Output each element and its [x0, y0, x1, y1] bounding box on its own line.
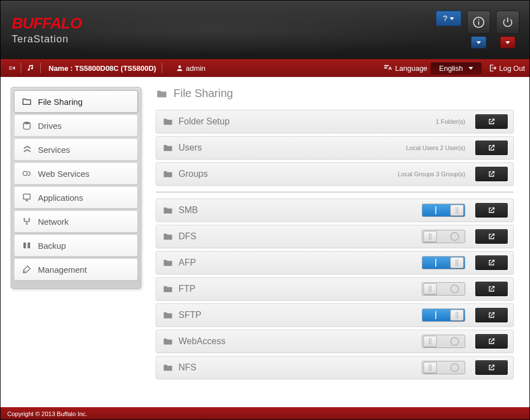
open-button[interactable]	[475, 308, 508, 322]
help-button[interactable]: ?	[436, 11, 461, 26]
open-button[interactable]	[475, 229, 508, 244]
svg-point-8	[28, 218, 30, 220]
page-title-label: File Sharing	[174, 87, 233, 100]
language-dropdown[interactable]: English	[431, 62, 481, 74]
user-icon	[176, 64, 184, 72]
web-services-icon	[21, 168, 32, 179]
app-header: BUFFALO TeraStation ?	[1, 1, 529, 59]
info-row: UsersLocal Users 2 User(s)	[156, 136, 514, 160]
help-icon: ?	[443, 14, 447, 23]
device-name: Name : TS5800D08C (TS5800D)	[49, 64, 156, 73]
sidebar-item-label: Drives	[38, 121, 62, 131]
sidebar-item-drives[interactable]: Drives	[14, 114, 138, 137]
main-panel: File Sharing Folder Setup1 Folder(s)User…	[141, 77, 529, 407]
info-button[interactable]	[467, 11, 490, 34]
service-row: WebAccess	[156, 330, 514, 353]
info-row: Folder Setup1 Folder(s)	[156, 110, 514, 133]
folder-icon	[162, 230, 174, 243]
folder-icon	[162, 309, 174, 321]
open-button[interactable]	[475, 255, 508, 270]
divider	[21, 63, 21, 73]
info-menu-button[interactable]	[471, 36, 486, 49]
toggle-switch[interactable]	[422, 204, 465, 217]
toggle-switch[interactable]	[422, 335, 465, 348]
service-row: DFS	[156, 225, 514, 248]
logout-icon	[488, 64, 497, 73]
sidebar-item-label: Applications	[38, 193, 83, 202]
folder-icon	[162, 335, 174, 347]
logout-button[interactable]: Log Out	[488, 64, 525, 73]
row-label: AFP	[179, 258, 196, 268]
sidebar-item-backup[interactable]: Backup	[14, 234, 138, 257]
row-meta: Local Groups 3 Group(s)	[398, 171, 465, 177]
logo-block: BUFFALO TeraStation	[12, 15, 81, 45]
brand-logo: BUFFALO	[12, 15, 81, 32]
chevron-down-icon	[450, 17, 454, 20]
toggle-switch[interactable]	[422, 361, 465, 374]
sidebar-item-web-services[interactable]: Web Services	[14, 162, 138, 185]
open-button[interactable]	[475, 282, 508, 296]
service-row: SMB	[156, 199, 514, 222]
toggle-rows: SMBDFSAFPFTPSFTPWebAccessNFS	[156, 199, 514, 379]
sidebar-item-label: File Sharing	[38, 97, 83, 107]
row-label: WebAccess	[179, 336, 225, 346]
service-row: NFS	[156, 356, 514, 379]
folder-icon	[162, 361, 174, 374]
svg-rect-1	[478, 21, 479, 25]
sidebar-item-applications[interactable]: Applications	[14, 186, 138, 209]
power-menu-button[interactable]	[500, 36, 515, 49]
management-icon	[21, 264, 32, 275]
power-icon	[502, 16, 514, 28]
folder-icon	[162, 257, 174, 269]
open-button[interactable]	[475, 334, 508, 349]
divider	[162, 63, 162, 73]
language-icon	[383, 64, 392, 73]
status-bar: Name : TS5800D08C (TS5800D) admin Langua…	[1, 59, 529, 77]
sidebar-panel: File Sharing Drives Services Web Service…	[11, 87, 141, 289]
info-row: GroupsLocal Groups 3 Group(s)	[156, 162, 514, 186]
user-label: admin	[186, 64, 205, 73]
svg-point-4	[23, 122, 30, 124]
chevron-down-icon	[476, 41, 481, 44]
toggle-switch[interactable]	[422, 282, 465, 296]
logout-label: Log Out	[499, 64, 525, 73]
open-button[interactable]	[475, 114, 508, 129]
svg-point-7	[23, 218, 25, 220]
sidebar-item-label: Backup	[38, 241, 66, 250]
open-button[interactable]	[475, 167, 508, 181]
content-area: File Sharing Drives Services Web Service…	[1, 77, 529, 407]
language-value: English	[439, 64, 463, 73]
open-button[interactable]	[475, 360, 508, 375]
folder-icon	[162, 168, 174, 180]
gear-icon[interactable]	[5, 62, 17, 74]
sidebar-item-label: Management	[38, 265, 87, 274]
music-icon[interactable]	[25, 62, 37, 74]
chevron-down-icon	[469, 67, 473, 70]
sidebar-item-file-sharing[interactable]: File Sharing	[14, 90, 138, 113]
language-selector: Language English	[383, 62, 481, 74]
row-label: Users	[179, 143, 202, 153]
sidebar-item-network[interactable]: Network	[14, 210, 138, 233]
info-icon	[473, 16, 485, 28]
open-button[interactable]	[475, 203, 508, 218]
sidebar-item-label: Services	[38, 145, 70, 155]
folder-icon	[162, 142, 174, 154]
sidebar-item-services[interactable]: Services	[14, 138, 138, 161]
power-button[interactable]	[496, 11, 519, 34]
svg-rect-10	[23, 243, 26, 249]
toggle-switch[interactable]	[422, 308, 465, 322]
footer: Copyright © 2013 Buffalo Inc.	[1, 407, 529, 420]
toggle-switch[interactable]	[422, 230, 465, 243]
sidebar-item-management[interactable]: Management	[14, 258, 138, 281]
row-label: Groups	[179, 169, 208, 179]
svg-rect-6	[23, 194, 30, 199]
open-button[interactable]	[475, 141, 508, 155]
svg-point-3	[179, 65, 181, 68]
toggle-switch[interactable]	[422, 256, 465, 269]
page-title: File Sharing	[156, 87, 514, 100]
row-label: NFS	[179, 363, 196, 373]
row-meta: 1 Folder(s)	[436, 118, 465, 125]
services-icon	[21, 144, 32, 155]
row-label: FTP	[179, 284, 195, 294]
folder-icon	[162, 283, 174, 295]
